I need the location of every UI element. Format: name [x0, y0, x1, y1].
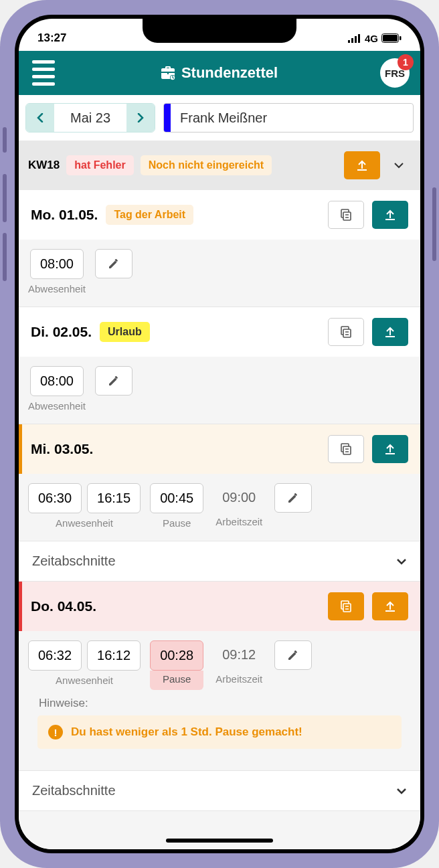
- pause-label: Pause: [163, 517, 191, 529]
- svg-rect-1: [351, 38, 353, 43]
- day-block: Mo. 01.05. Tag der Arbeit 0: [19, 190, 420, 307]
- month-nav: Mai 23: [25, 103, 155, 133]
- status-network: 4G: [365, 33, 378, 44]
- hints-label: Hinweise:: [28, 690, 411, 715]
- svg-rect-10: [343, 329, 351, 337]
- day-date: Mo. 01.05.: [31, 207, 98, 223]
- svg-rect-3: [358, 34, 360, 43]
- absence-time[interactable]: 08:00: [30, 249, 84, 279]
- svg-rect-6: [400, 36, 402, 40]
- battery-icon: [381, 33, 402, 43]
- hint-box: ! Du hast weniger als 1 Std. Pause gemac…: [37, 715, 402, 749]
- week-expand-toggle[interactable]: [387, 151, 411, 179]
- presence-start[interactable]: 06:30: [28, 483, 82, 513]
- phone-notch: [143, 19, 296, 43]
- presence-label: Anwesenheit: [56, 675, 113, 686]
- notification-badge: 1: [398, 54, 414, 70]
- submit-day-button[interactable]: [372, 592, 408, 620]
- day-date: Di. 02.05.: [31, 324, 92, 340]
- week-header: KW18 hat Fehler Noch nicht eingereicht: [19, 141, 420, 190]
- day-date: Do. 04.05.: [31, 598, 96, 614]
- submit-day-button[interactable]: [372, 318, 408, 346]
- presence-end[interactable]: 16:12: [87, 640, 141, 671]
- svg-rect-12: [343, 604, 351, 612]
- presence-start[interactable]: 06:32: [28, 640, 82, 671]
- edit-button[interactable]: [274, 483, 312, 513]
- submit-day-button[interactable]: [372, 435, 408, 463]
- user-avatar[interactable]: FRS 1: [380, 58, 410, 88]
- pause-time[interactable]: 00:45: [150, 483, 203, 513]
- app-header: Stundenzettel FRS 1: [19, 51, 420, 95]
- day-date: Mi. 03.05.: [31, 441, 93, 457]
- absence-label: Abwesenheit: [28, 283, 86, 294]
- edit-button[interactable]: [95, 249, 133, 278]
- error-tag: hat Fehler: [66, 155, 133, 175]
- svg-rect-11: [343, 446, 351, 454]
- day-block: Do. 04.05. 06:32: [19, 582, 420, 811]
- submit-day-button[interactable]: [372, 201, 408, 229]
- copy-day-button[interactable]: [328, 592, 364, 620]
- user-select[interactable]: Frank Meißner: [163, 103, 414, 133]
- prev-month-button[interactable]: [26, 104, 54, 132]
- page-title: Stundenzettel: [160, 64, 278, 82]
- copy-day-button[interactable]: [328, 318, 364, 346]
- home-indicator: [166, 839, 273, 843]
- copy-day-button[interactable]: [328, 435, 364, 463]
- month-label: Mai 23: [54, 104, 126, 132]
- edit-button[interactable]: [95, 366, 133, 396]
- vacation-tag: Urlaub: [100, 322, 150, 342]
- calendar-week-label: KW18: [28, 159, 60, 172]
- svg-rect-0: [348, 40, 350, 43]
- absence-time[interactable]: 08:00: [30, 366, 84, 396]
- copy-day-button[interactable]: [328, 201, 364, 229]
- holiday-tag: Tag der Arbeit: [106, 205, 193, 225]
- warning-icon: !: [48, 725, 63, 740]
- segments-toggle[interactable]: Zeitabschnitte: [19, 770, 420, 810]
- briefcase-icon: [160, 66, 176, 80]
- segments-toggle[interactable]: Zeitabschnitte: [19, 541, 420, 581]
- day-block: Mi. 03.05. 06:30: [19, 424, 420, 582]
- user-color-indicator: [164, 104, 171, 132]
- status-time: 13:27: [37, 31, 66, 45]
- svg-rect-9: [343, 212, 351, 220]
- submit-week-button[interactable]: [344, 151, 380, 179]
- presence-end[interactable]: 16:15: [87, 483, 141, 513]
- signal-icon: [348, 34, 361, 43]
- menu-button[interactable]: [29, 58, 58, 88]
- pending-tag: Noch nicht eingereicht: [141, 155, 272, 175]
- chevron-down-icon: [396, 785, 407, 797]
- next-month-button[interactable]: [126, 104, 155, 132]
- work-label: Arbeitszeit: [215, 516, 262, 527]
- chevron-down-icon: [396, 555, 407, 568]
- pause-time[interactable]: 00:28: [150, 640, 203, 671]
- work-time: 09:12: [213, 640, 265, 669]
- absence-label: Abwesenheit: [28, 400, 86, 412]
- svg-rect-5: [383, 35, 398, 41]
- edit-button[interactable]: [274, 640, 312, 670]
- day-block: Di. 02.05. Urlaub 08:00: [19, 307, 420, 424]
- presence-label: Anwesenheit: [56, 517, 113, 529]
- work-label: Arbeitszeit: [215, 673, 262, 685]
- pause-label: Pause: [150, 671, 203, 690]
- svg-rect-2: [355, 36, 357, 43]
- work-time: 09:00: [213, 483, 265, 512]
- month-user-row: Mai 23 Frank Meißner: [19, 95, 420, 141]
